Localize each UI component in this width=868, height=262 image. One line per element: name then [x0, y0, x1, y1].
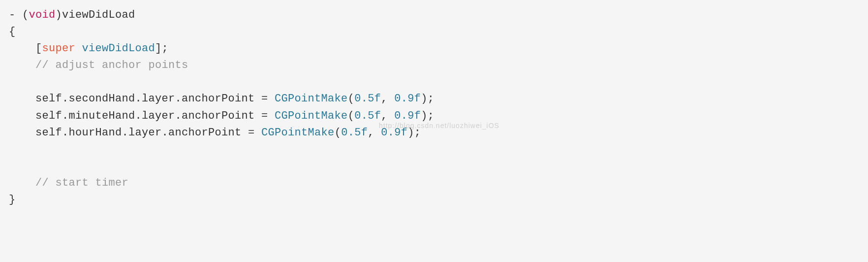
number-literal: 0.9f	[394, 110, 421, 122]
code-token: )	[56, 9, 62, 21]
number-literal: 0.9f	[394, 93, 421, 105]
keyword-super: super	[42, 42, 76, 55]
comma: ,	[368, 127, 381, 139]
function-call: CGPointMake	[275, 110, 348, 122]
indent	[9, 59, 35, 71]
brace-open: {	[9, 26, 16, 38]
brace-close: }	[9, 194, 16, 206]
number-literal: 0.9f	[381, 127, 407, 139]
paren-close: );	[421, 110, 434, 122]
indent	[9, 127, 35, 139]
paren-close: );	[407, 127, 421, 139]
indent	[9, 42, 35, 55]
comma: ,	[381, 93, 394, 105]
code-expr: self.minuteHand.layer.anchorPoint =	[35, 110, 275, 122]
space	[75, 42, 82, 55]
code-block: - (void)viewDidLoad { [super viewDidLoad…	[9, 7, 859, 208]
paren-open: (	[348, 110, 355, 122]
code-expr: self.hourHand.layer.anchorPoint =	[35, 127, 261, 139]
comma: ,	[381, 110, 394, 122]
number-literal: 0.5f	[341, 127, 368, 139]
keyword-void: void	[29, 9, 56, 21]
number-literal: 0.5f	[354, 110, 381, 122]
paren-open: (	[335, 127, 341, 139]
indent	[9, 93, 35, 105]
paren-open: (	[348, 93, 355, 105]
code-expr: self.secondHand.layer.anchorPoint =	[35, 93, 275, 105]
function-call: CGPointMake	[261, 127, 335, 139]
bracket-open: [	[35, 42, 42, 55]
code-token: -	[9, 9, 22, 21]
number-literal: 0.5f	[354, 93, 381, 105]
method-call: viewDidLoad	[82, 42, 155, 55]
bracket-close: ];	[155, 42, 168, 55]
paren-close: );	[421, 93, 434, 105]
code-token: (	[22, 9, 29, 21]
indent	[9, 177, 35, 189]
method-name: viewDidLoad	[62, 9, 135, 21]
function-call: CGPointMake	[275, 93, 348, 105]
comment: // adjust anchor points	[35, 59, 188, 71]
comment: // start timer	[35, 177, 128, 189]
indent	[9, 110, 35, 122]
